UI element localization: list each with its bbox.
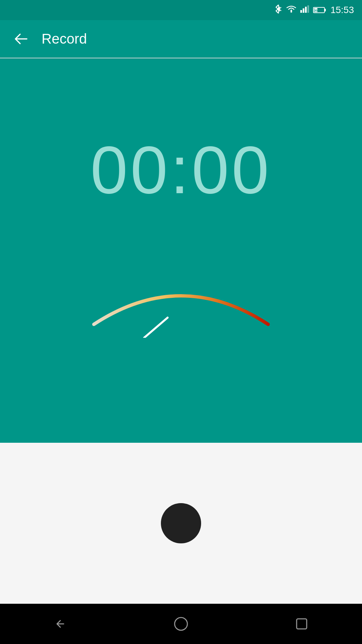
status-time: 15:53 [330,5,354,15]
toolbar: Record [0,20,362,58]
svg-line-11 [144,318,168,338]
timer-display: 00:00 [90,137,272,204]
status-icons: 30 15:53 [275,5,354,15]
nav-back-button[interactable] [47,610,74,637]
level-meter [80,244,282,338]
nav-recent-button[interactable] [288,610,315,637]
back-button[interactable] [11,29,31,49]
record-button[interactable] [161,503,201,543]
white-panel [0,443,362,604]
svg-rect-4 [303,8,304,13]
svg-rect-5 [305,7,307,13]
battery-icon: 30 [313,6,326,14]
svg-point-2 [290,11,292,13]
svg-rect-3 [300,10,302,13]
svg-rect-13 [297,619,307,629]
page-title: Record [42,31,87,47]
bluetooth-icon [275,5,282,15]
nav-home-button[interactable] [168,610,194,637]
meter-svg [64,251,298,338]
signal-icon [300,5,309,15]
status-bar: 30 15:53 [0,0,362,20]
svg-rect-6 [307,5,309,13]
wifi-icon [286,5,296,15]
nav-bar [0,604,362,644]
svg-point-12 [175,618,187,630]
svg-text:30: 30 [314,9,317,12]
svg-rect-8 [324,9,326,11]
main-content: 00:00 [0,58,362,443]
